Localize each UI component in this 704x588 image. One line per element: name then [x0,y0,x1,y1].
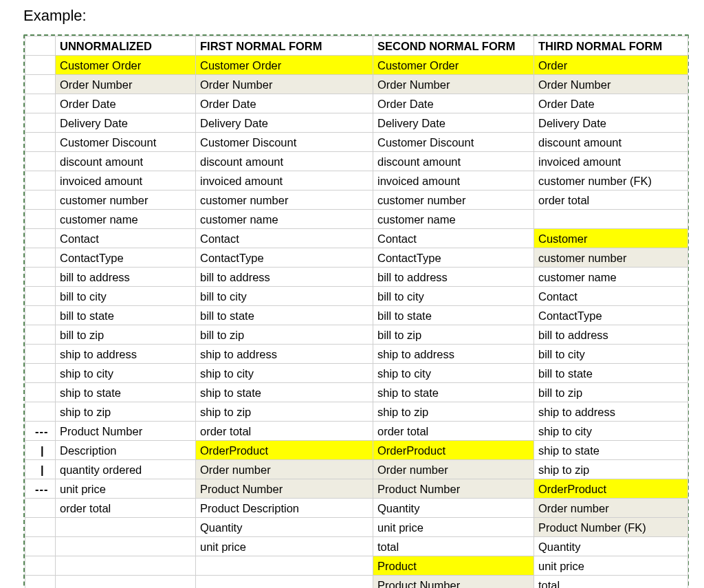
table-cell: ship to state [196,383,373,402]
table-cell: invoiced amount [196,171,373,190]
table-cell: Order Date [534,94,688,113]
table-row: Quantityunit priceProduct Number (FK) [25,518,688,537]
table-cell: invoiced amount [534,152,688,171]
table-cell [56,556,196,576]
table-cell: Order Number [534,75,688,94]
table-cell: order total [373,422,534,441]
table-cell: customer number [373,190,534,210]
table-cell: invoiced amount [373,171,534,190]
marker-cell: --- [25,422,56,441]
table-cell: OrderProduct [534,479,688,499]
table-cell: bill to city [196,287,373,306]
marker-cell [25,325,56,345]
table-cell: bill to city [534,345,688,364]
table-row: ContactContactContactCustomer [25,229,688,248]
marker-cell [25,556,56,576]
table-row: ---Product Numberorder totalorder totals… [25,422,688,441]
table-cell: order total [56,499,196,518]
table-row: Order DateOrder DateOrder DateOrder Date [25,94,688,113]
table-cell: order total [534,190,688,210]
table-cell: Product [373,556,534,576]
table-row: Customer DiscountCustomer DiscountCustom… [25,133,688,152]
table-row: ship to cityship to cityship to citybill… [25,364,688,383]
table-row: customer namecustomer namecustomer name [25,210,688,229]
table-cell [534,210,688,229]
marker-cell [25,133,56,152]
table-cell: bill to state [196,306,373,325]
table-row: |DescriptionOrderProductOrderProductship… [25,441,688,460]
table-cell: Contact [373,229,534,248]
table-cell: Customer Order [373,56,534,75]
table-cell: ship to address [373,345,534,364]
table-cell: ship to address [534,402,688,422]
normalization-table: UNNORMALIZEDFIRST NORMAL FORMSECOND NORM… [25,36,688,588]
marker-cell [25,518,56,537]
table-cell: bill to address [534,325,688,345]
table-row: ship to zipship to zipship to zipship to… [25,402,688,422]
example-heading: Example: [23,7,690,25]
table-cell: Delivery Date [196,113,373,133]
table-cell: Delivery Date [56,113,196,133]
table-row: discount amountdiscount amountdiscount a… [25,152,688,171]
table-row: bill to citybill to citybill to cityCont… [25,287,688,306]
table-cell: Order Date [373,94,534,113]
marker-cell: | [25,460,56,479]
table-cell: Order number [196,460,373,479]
table-row: Delivery DateDelivery DateDelivery DateD… [25,113,688,133]
table-cell: Order Date [196,94,373,113]
marker-cell [25,576,56,589]
table-cell: unit price [373,518,534,537]
table-cell: Quantity [196,518,373,537]
table-cell: Contact [56,229,196,248]
table-cell: Order Number [196,75,373,94]
table-cell: ship to zip [56,402,196,422]
table-cell [196,576,373,589]
table-cell: Description [56,441,196,460]
marker-cell [25,287,56,306]
table-cell: Contact [196,229,373,248]
table-row: ship to addressship to addressship to ad… [25,345,688,364]
table-row: bill to zipbill to zipbill to zipbill to… [25,325,688,345]
table-cell: ship to city [373,364,534,383]
table-cell: order total [196,422,373,441]
table-row: customer numbercustomer numbercustomer n… [25,190,688,210]
table-cell: ship to city [196,364,373,383]
marker-cell [25,190,56,210]
table-cell: Order number [534,499,688,518]
column-header: FIRST NORMAL FORM [196,36,373,56]
column-header: UNNORMALIZED [56,36,196,56]
table-cell: ContactType [56,248,196,268]
marker-cell [25,268,56,287]
marker-cell [25,152,56,171]
marker-cell [25,306,56,325]
table-row: unit pricetotalQuantity [25,537,688,556]
marker-cell [25,113,56,133]
marker-cell [25,171,56,190]
table-cell: Order Number [373,75,534,94]
marker-cell [25,345,56,364]
table-cell: ship to city [534,422,688,441]
table-cell: Product Number [56,422,196,441]
table-cell: ship to state [56,383,196,402]
table-cell: bill to address [196,268,373,287]
table-cell: Customer Order [56,56,196,75]
table-cell: ship to city [56,364,196,383]
marker-cell [25,499,56,518]
table-cell: bill to zip [373,325,534,345]
table-row: Product Numbertotal [25,576,688,589]
table-cell: customer name [534,268,688,287]
table-cell: bill to city [373,287,534,306]
table-cell: ship to zip [373,402,534,422]
table-cell: Product Description [196,499,373,518]
marker-cell [25,364,56,383]
table-cell: Order Date [56,94,196,113]
normalization-table-frame: UNNORMALIZEDFIRST NORMAL FORMSECOND NORM… [23,34,689,588]
table-row: bill to addressbill to addressbill to ad… [25,268,688,287]
marker-cell: | [25,441,56,460]
table-cell: ContactType [373,248,534,268]
table-row: ship to stateship to stateship to stateb… [25,383,688,402]
table-cell: customer number [196,190,373,210]
table-cell: ship to state [373,383,534,402]
table-cell: bill to state [534,364,688,383]
table-cell: Product Number (FK) [534,518,688,537]
